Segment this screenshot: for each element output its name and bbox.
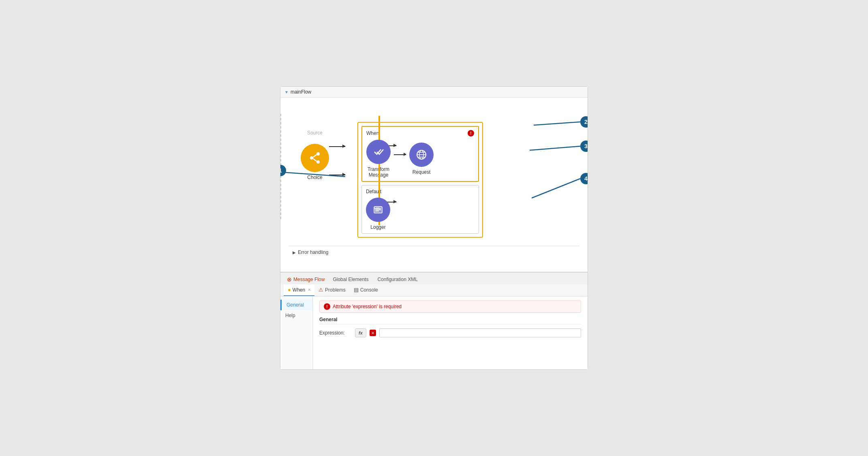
request-node[interactable] [409, 143, 434, 167]
transform-to-request-arrow [392, 154, 408, 155]
choice-block: When ! [357, 122, 483, 238]
error-handling-label: Error handling [298, 249, 328, 255]
when-tab-label: When [293, 287, 305, 293]
callout-3: 3 [580, 141, 588, 152]
console-tab-icon: ▤ [354, 287, 359, 293]
svg-point-4 [310, 156, 313, 160]
choice-label: Choice [307, 175, 322, 180]
problems-panel-tab[interactable]: ⚠ Problems [314, 284, 350, 296]
console-tab-label: Console [360, 287, 378, 293]
svg-line-8 [313, 159, 316, 161]
error-message-text: Attribute 'expression' is required [333, 304, 402, 309]
props-sidebar: General Help [280, 296, 313, 369]
message-flow-label: Message Flow [293, 277, 325, 282]
error-handling-row[interactable]: ▶ Error handling [289, 246, 579, 258]
flow-header: ▼ mainFlow [280, 87, 588, 98]
message-flow-tab[interactable]: ⊗ Message Flow [284, 275, 328, 284]
when-panel-tab[interactable]: ● When × [284, 284, 314, 296]
transform-node[interactable] [366, 140, 391, 164]
svg-point-6 [316, 160, 320, 164]
svg-text:LOG: LOG [374, 207, 380, 209]
problems-tab-icon: ⚠ [319, 287, 323, 293]
props-content: ! Attribute 'expression' is required Gen… [313, 296, 588, 369]
source-label: Source [307, 130, 323, 136]
error-expand-triangle: ▶ [293, 250, 296, 255]
when-error-badge: ! [468, 130, 474, 136]
request-node-wrapper[interactable]: Request [409, 143, 434, 175]
canvas-area: ▼ mainFlow 1 2 [280, 87, 588, 272]
expression-input[interactable] [379, 328, 581, 337]
transform-icon [373, 146, 384, 158]
panel-tabs: ● When × ⚠ Problems ▤ Console [280, 284, 588, 296]
error-msg-icon: ! [324, 303, 330, 310]
when-tab-icon: ● [288, 287, 291, 293]
expression-label: Expression: [319, 330, 352, 336]
logger-node[interactable]: LOG [366, 198, 390, 222]
collapse-triangle[interactable]: ▼ [284, 90, 289, 94]
general-section-title: General [319, 317, 581, 324]
properties-panel: General Help ! Attribute 'expression' is… [280, 296, 588, 369]
svg-line-7 [313, 155, 316, 157]
logger-label: Logger [370, 224, 385, 230]
when-header: When ! [366, 130, 474, 136]
fx-button[interactable]: fx [355, 328, 366, 337]
clear-button[interactable]: ✕ [370, 330, 376, 336]
callout-4: 4 [580, 173, 588, 184]
message-flow-icon: ⊗ [287, 276, 292, 283]
request-icon [416, 149, 427, 160]
expression-row: Expression: fx ✕ [319, 328, 581, 337]
svg-point-5 [316, 152, 320, 156]
arrow-to-default [329, 175, 345, 175]
choice-icon [308, 151, 321, 164]
choice-node[interactable] [301, 144, 329, 172]
when-tab-close[interactable]: × [308, 288, 310, 292]
arrow-to-when [329, 146, 345, 147]
request-label: Request [413, 169, 431, 175]
choice-node-wrapper: Choice [301, 144, 329, 180]
console-panel-tab[interactable]: ▤ Console [350, 284, 382, 296]
main-window: ▼ mainFlow 1 2 [280, 86, 588, 370]
flow-name: mainFlow [291, 89, 311, 95]
error-message-bar: ! Attribute 'expression' is required [319, 300, 581, 313]
help-sidebar-item[interactable]: Help [280, 310, 312, 321]
config-xml-tab[interactable]: Configuration XML [373, 275, 421, 284]
callout-1: 1 [280, 165, 286, 176]
logger-node-wrapper[interactable]: LOG Logger [366, 198, 390, 230]
default-nodes: LOG Logger [366, 198, 475, 230]
flow-canvas: 1 2 3 4 Source [280, 98, 588, 272]
when-nodes: TransformMessage [366, 140, 474, 178]
problems-tab-label: Problems [325, 287, 346, 293]
default-label: Default [366, 189, 475, 194]
when-label: When [366, 130, 379, 136]
bottom-tabs-bar: ⊗ Message Flow Global Elements Configura… [280, 272, 588, 284]
callout-2: 2 [580, 116, 588, 128]
global-elements-tab[interactable]: Global Elements [329, 275, 372, 284]
general-sidebar-item[interactable]: General [280, 300, 312, 310]
logger-icon: LOG [372, 204, 384, 215]
